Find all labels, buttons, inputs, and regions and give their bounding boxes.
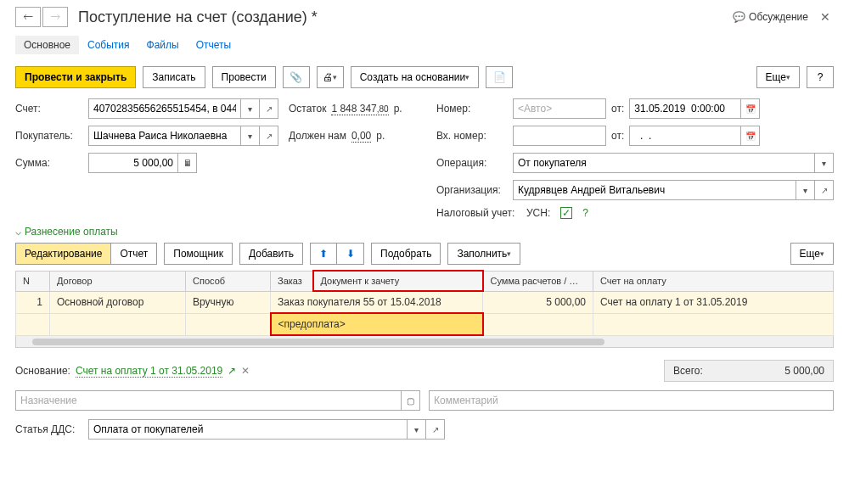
table-more-button[interactable]: Еще bbox=[790, 243, 834, 265]
operation-label: Операция: bbox=[436, 157, 508, 169]
col-order[interactable]: Заказ bbox=[271, 271, 313, 291]
move-up-button[interactable]: ⬆ bbox=[310, 243, 337, 265]
tab-reports[interactable]: Отчеты bbox=[188, 36, 239, 54]
open-ref-icon[interactable]: ↗ bbox=[815, 180, 834, 200]
report-button[interactable]: 📄 bbox=[486, 66, 513, 88]
comment-input[interactable] bbox=[429, 390, 834, 411]
balance-link[interactable]: 1 848 347,80 bbox=[331, 103, 388, 115]
basis-link[interactable]: Счет на оплату 1 от 31.05.2019 bbox=[76, 365, 222, 378]
cell-n: 1 bbox=[16, 291, 50, 313]
org-label: Организация: bbox=[436, 184, 508, 196]
basis-label: Основание: bbox=[15, 365, 70, 377]
date-input[interactable] bbox=[629, 98, 741, 119]
edit-mode-button[interactable]: Редактирование bbox=[15, 243, 111, 265]
col-doc-offset[interactable]: Документ к зачету bbox=[313, 271, 483, 291]
report-icon: 📄 bbox=[493, 71, 506, 83]
tab-main[interactable]: Основное bbox=[15, 36, 79, 54]
fill-button[interactable]: Заполнить bbox=[447, 243, 520, 265]
dropdown-icon[interactable]: ▾ bbox=[796, 180, 815, 200]
cell-empty bbox=[593, 313, 834, 335]
open-ref-icon[interactable]: ↗ bbox=[426, 419, 445, 440]
open-ref-icon[interactable]: ↗ bbox=[260, 98, 278, 119]
col-method[interactable]: Способ bbox=[186, 271, 271, 291]
cell-order-doc: Заказ покупателя 55 от 15.04.2018 bbox=[271, 291, 483, 313]
calendar-icon[interactable]: 📅 bbox=[741, 126, 760, 146]
nav-forward-button[interactable]: 🡒 bbox=[42, 7, 68, 27]
dropdown-icon[interactable]: ▾ bbox=[408, 419, 426, 440]
cell-empty bbox=[16, 313, 50, 335]
org-input[interactable] bbox=[513, 180, 796, 200]
add-row-button[interactable]: Добавить bbox=[239, 243, 303, 265]
print-button[interactable]: 🖨 bbox=[317, 66, 344, 88]
move-down-button[interactable]: ⬇ bbox=[337, 243, 364, 265]
payment-section-header[interactable]: Разнесение оплаты bbox=[15, 226, 834, 238]
owes-link[interactable]: 0,00 bbox=[351, 130, 371, 143]
account-input[interactable] bbox=[88, 98, 241, 119]
balance-label: Остаток bbox=[289, 103, 326, 115]
purpose-input[interactable] bbox=[15, 390, 402, 411]
dropdown-icon[interactable]: ▾ bbox=[241, 98, 260, 119]
operation-input[interactable] bbox=[513, 153, 815, 173]
sum-input[interactable] bbox=[88, 153, 178, 173]
open-ref-icon[interactable]: ↗ bbox=[228, 365, 236, 377]
in-date-input[interactable] bbox=[629, 126, 741, 146]
in-number-input[interactable] bbox=[513, 126, 606, 146]
table-row[interactable]: <предоплата> bbox=[16, 313, 834, 335]
dds-input[interactable] bbox=[88, 419, 408, 440]
chat-icon: 💬 bbox=[733, 11, 745, 23]
dropdown-icon[interactable]: ▾ bbox=[815, 153, 834, 173]
paperclip-icon: 📎 bbox=[290, 71, 302, 83]
help-icon[interactable]: ? bbox=[582, 207, 588, 219]
close-icon[interactable]: ✕ bbox=[817, 8, 834, 25]
cell-method: Вручную bbox=[186, 291, 271, 313]
save-button[interactable]: Записать bbox=[143, 66, 205, 88]
page-title: Поступление на счет (создание) * bbox=[78, 8, 733, 26]
table-row[interactable]: 1 Основной договор Вручную Заказ покупат… bbox=[16, 291, 834, 313]
clear-icon[interactable]: ✕ bbox=[241, 365, 250, 377]
from-label-2: от: bbox=[611, 130, 624, 142]
cell-empty bbox=[50, 313, 186, 335]
cell-prepayment[interactable]: <предоплата> bbox=[271, 313, 483, 335]
nav-back-button[interactable]: 🡐 bbox=[15, 7, 41, 27]
payment-table: N Договор Способ Заказ Документ к зачету… bbox=[15, 270, 834, 336]
cell-empty bbox=[483, 313, 593, 335]
currency-label: р. bbox=[376, 130, 385, 142]
total-label: Всего: bbox=[673, 365, 703, 377]
calculator-icon[interactable]: 🖩 bbox=[178, 153, 197, 173]
post-and-close-button[interactable]: Провести и закрыть bbox=[15, 66, 136, 88]
col-sum[interactable]: Сумма расчетов / … bbox=[483, 271, 593, 291]
tax-checkbox[interactable]: ✓ bbox=[560, 207, 572, 219]
col-invoice[interactable]: Счет на оплату bbox=[593, 271, 834, 291]
cell-contract: Основной договор bbox=[50, 291, 186, 313]
dds-label: Статья ДДС: bbox=[15, 423, 83, 435]
report-mode-button[interactable]: Отчет bbox=[111, 243, 157, 265]
expand-icon[interactable]: ▢ bbox=[402, 390, 420, 411]
dropdown-icon[interactable]: ▾ bbox=[241, 126, 260, 146]
total-value: 5 000,00 bbox=[784, 365, 824, 377]
pick-button[interactable]: Подобрать bbox=[371, 243, 441, 265]
create-based-button[interactable]: Создать на основании bbox=[351, 66, 480, 88]
number-input[interactable] bbox=[513, 98, 606, 119]
calendar-icon[interactable]: 📅 bbox=[741, 98, 760, 119]
buyer-input[interactable] bbox=[88, 126, 241, 146]
horizontal-scrollbar[interactable] bbox=[15, 336, 834, 348]
more-button[interactable]: Еще bbox=[756, 66, 800, 88]
account-label: Счет: bbox=[15, 103, 83, 115]
tab-events[interactable]: События bbox=[79, 36, 138, 54]
arrow-up-icon: ⬆ bbox=[319, 248, 328, 260]
helper-button[interactable]: Помощник bbox=[164, 243, 233, 265]
print-icon: 🖨 bbox=[323, 71, 333, 83]
sum-label: Сумма: bbox=[15, 157, 83, 169]
open-ref-icon[interactable]: ↗ bbox=[260, 126, 278, 146]
post-button[interactable]: Провести bbox=[212, 66, 276, 88]
help-button[interactable]: ? bbox=[807, 66, 834, 88]
tab-files[interactable]: Файлы bbox=[138, 36, 188, 54]
col-contract[interactable]: Договор bbox=[50, 271, 186, 291]
discussion-link[interactable]: 💬 Обсуждение bbox=[733, 11, 808, 23]
col-n[interactable]: N bbox=[16, 271, 50, 291]
attachment-button[interactable]: 📎 bbox=[283, 66, 310, 88]
owes-label: Должен нам bbox=[289, 130, 346, 142]
discussion-label: Обсуждение bbox=[749, 11, 808, 23]
tab-bar: Основное События Файлы Отчеты bbox=[15, 36, 834, 54]
buyer-label: Покупатель: bbox=[15, 130, 83, 142]
